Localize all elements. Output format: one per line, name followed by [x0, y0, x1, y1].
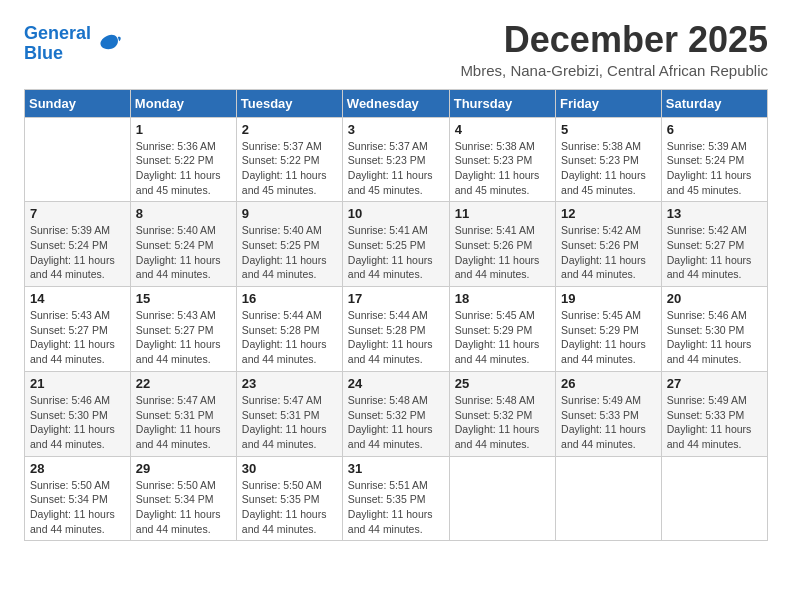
- day-info: Sunrise: 5:40 AM Sunset: 5:24 PM Dayligh…: [136, 223, 231, 282]
- day-number: 12: [561, 206, 656, 221]
- day-info: Sunrise: 5:44 AM Sunset: 5:28 PM Dayligh…: [348, 308, 444, 367]
- calendar-day-cell: 4Sunrise: 5:38 AM Sunset: 5:23 PM Daylig…: [449, 117, 555, 202]
- day-info: Sunrise: 5:42 AM Sunset: 5:26 PM Dayligh…: [561, 223, 656, 282]
- logo-bird-icon: [94, 30, 122, 58]
- day-info: Sunrise: 5:44 AM Sunset: 5:28 PM Dayligh…: [242, 308, 337, 367]
- day-number: 16: [242, 291, 337, 306]
- calendar-day-cell: 28Sunrise: 5:50 AM Sunset: 5:34 PM Dayli…: [25, 456, 131, 541]
- day-number: 28: [30, 461, 125, 476]
- calendar-day-cell: 25Sunrise: 5:48 AM Sunset: 5:32 PM Dayli…: [449, 371, 555, 456]
- day-number: 6: [667, 122, 762, 137]
- weekday-header-cell: Wednesday: [342, 89, 449, 117]
- day-number: 29: [136, 461, 231, 476]
- title-area: December 2025 Mbres, Nana-Grebizi, Centr…: [460, 20, 768, 79]
- day-info: Sunrise: 5:47 AM Sunset: 5:31 PM Dayligh…: [242, 393, 337, 452]
- calendar-day-cell: 7Sunrise: 5:39 AM Sunset: 5:24 PM Daylig…: [25, 202, 131, 287]
- weekday-header-cell: Friday: [556, 89, 662, 117]
- calendar: SundayMondayTuesdayWednesdayThursdayFrid…: [24, 89, 768, 542]
- calendar-day-cell: 13Sunrise: 5:42 AM Sunset: 5:27 PM Dayli…: [661, 202, 767, 287]
- weekday-header-cell: Thursday: [449, 89, 555, 117]
- day-info: Sunrise: 5:51 AM Sunset: 5:35 PM Dayligh…: [348, 478, 444, 537]
- day-number: 20: [667, 291, 762, 306]
- day-info: Sunrise: 5:39 AM Sunset: 5:24 PM Dayligh…: [667, 139, 762, 198]
- day-info: Sunrise: 5:36 AM Sunset: 5:22 PM Dayligh…: [136, 139, 231, 198]
- day-info: Sunrise: 5:46 AM Sunset: 5:30 PM Dayligh…: [30, 393, 125, 452]
- calendar-day-cell: 30Sunrise: 5:50 AM Sunset: 5:35 PM Dayli…: [236, 456, 342, 541]
- day-number: 26: [561, 376, 656, 391]
- calendar-day-cell: 20Sunrise: 5:46 AM Sunset: 5:30 PM Dayli…: [661, 287, 767, 372]
- day-info: Sunrise: 5:49 AM Sunset: 5:33 PM Dayligh…: [561, 393, 656, 452]
- calendar-day-cell: 8Sunrise: 5:40 AM Sunset: 5:24 PM Daylig…: [130, 202, 236, 287]
- calendar-day-cell: 19Sunrise: 5:45 AM Sunset: 5:29 PM Dayli…: [556, 287, 662, 372]
- day-number: 27: [667, 376, 762, 391]
- day-number: 30: [242, 461, 337, 476]
- location-title: Mbres, Nana-Grebizi, Central African Rep…: [460, 62, 768, 79]
- day-number: 10: [348, 206, 444, 221]
- day-number: 7: [30, 206, 125, 221]
- header: General Blue December 2025 Mbres, Nana-G…: [24, 20, 768, 79]
- calendar-day-cell: 16Sunrise: 5:44 AM Sunset: 5:28 PM Dayli…: [236, 287, 342, 372]
- calendar-day-cell: 14Sunrise: 5:43 AM Sunset: 5:27 PM Dayli…: [25, 287, 131, 372]
- calendar-day-cell: 22Sunrise: 5:47 AM Sunset: 5:31 PM Dayli…: [130, 371, 236, 456]
- day-info: Sunrise: 5:50 AM Sunset: 5:35 PM Dayligh…: [242, 478, 337, 537]
- calendar-day-cell: 27Sunrise: 5:49 AM Sunset: 5:33 PM Dayli…: [661, 371, 767, 456]
- day-info: Sunrise: 5:47 AM Sunset: 5:31 PM Dayligh…: [136, 393, 231, 452]
- day-info: Sunrise: 5:43 AM Sunset: 5:27 PM Dayligh…: [136, 308, 231, 367]
- calendar-day-cell: 31Sunrise: 5:51 AM Sunset: 5:35 PM Dayli…: [342, 456, 449, 541]
- day-number: 4: [455, 122, 550, 137]
- day-number: 5: [561, 122, 656, 137]
- day-number: 24: [348, 376, 444, 391]
- calendar-day-cell: [25, 117, 131, 202]
- month-title: December 2025: [460, 20, 768, 60]
- calendar-day-cell: 12Sunrise: 5:42 AM Sunset: 5:26 PM Dayli…: [556, 202, 662, 287]
- day-number: 18: [455, 291, 550, 306]
- weekday-header-cell: Monday: [130, 89, 236, 117]
- logo: General Blue: [24, 24, 122, 64]
- day-info: Sunrise: 5:41 AM Sunset: 5:26 PM Dayligh…: [455, 223, 550, 282]
- day-number: 8: [136, 206, 231, 221]
- logo-text: General: [24, 24, 91, 44]
- calendar-day-cell: 1Sunrise: 5:36 AM Sunset: 5:22 PM Daylig…: [130, 117, 236, 202]
- day-info: Sunrise: 5:37 AM Sunset: 5:22 PM Dayligh…: [242, 139, 337, 198]
- day-info: Sunrise: 5:42 AM Sunset: 5:27 PM Dayligh…: [667, 223, 762, 282]
- day-info: Sunrise: 5:45 AM Sunset: 5:29 PM Dayligh…: [455, 308, 550, 367]
- day-info: Sunrise: 5:38 AM Sunset: 5:23 PM Dayligh…: [455, 139, 550, 198]
- day-info: Sunrise: 5:50 AM Sunset: 5:34 PM Dayligh…: [136, 478, 231, 537]
- calendar-day-cell: 21Sunrise: 5:46 AM Sunset: 5:30 PM Dayli…: [25, 371, 131, 456]
- calendar-day-cell: [556, 456, 662, 541]
- day-info: Sunrise: 5:46 AM Sunset: 5:30 PM Dayligh…: [667, 308, 762, 367]
- day-info: Sunrise: 5:40 AM Sunset: 5:25 PM Dayligh…: [242, 223, 337, 282]
- calendar-day-cell: 29Sunrise: 5:50 AM Sunset: 5:34 PM Dayli…: [130, 456, 236, 541]
- calendar-day-cell: 11Sunrise: 5:41 AM Sunset: 5:26 PM Dayli…: [449, 202, 555, 287]
- day-info: Sunrise: 5:45 AM Sunset: 5:29 PM Dayligh…: [561, 308, 656, 367]
- calendar-day-cell: 15Sunrise: 5:43 AM Sunset: 5:27 PM Dayli…: [130, 287, 236, 372]
- day-info: Sunrise: 5:43 AM Sunset: 5:27 PM Dayligh…: [30, 308, 125, 367]
- day-number: 31: [348, 461, 444, 476]
- day-number: 22: [136, 376, 231, 391]
- day-info: Sunrise: 5:48 AM Sunset: 5:32 PM Dayligh…: [348, 393, 444, 452]
- day-info: Sunrise: 5:49 AM Sunset: 5:33 PM Dayligh…: [667, 393, 762, 452]
- calendar-day-cell: 9Sunrise: 5:40 AM Sunset: 5:25 PM Daylig…: [236, 202, 342, 287]
- day-number: 14: [30, 291, 125, 306]
- calendar-day-cell: 17Sunrise: 5:44 AM Sunset: 5:28 PM Dayli…: [342, 287, 449, 372]
- calendar-week-row: 21Sunrise: 5:46 AM Sunset: 5:30 PM Dayli…: [25, 371, 768, 456]
- day-number: 17: [348, 291, 444, 306]
- calendar-day-cell: 6Sunrise: 5:39 AM Sunset: 5:24 PM Daylig…: [661, 117, 767, 202]
- weekday-header-row: SundayMondayTuesdayWednesdayThursdayFrid…: [25, 89, 768, 117]
- calendar-week-row: 7Sunrise: 5:39 AM Sunset: 5:24 PM Daylig…: [25, 202, 768, 287]
- calendar-day-cell: 5Sunrise: 5:38 AM Sunset: 5:23 PM Daylig…: [556, 117, 662, 202]
- calendar-day-cell: 26Sunrise: 5:49 AM Sunset: 5:33 PM Dayli…: [556, 371, 662, 456]
- day-info: Sunrise: 5:41 AM Sunset: 5:25 PM Dayligh…: [348, 223, 444, 282]
- day-number: 3: [348, 122, 444, 137]
- day-info: Sunrise: 5:50 AM Sunset: 5:34 PM Dayligh…: [30, 478, 125, 537]
- calendar-day-cell: [661, 456, 767, 541]
- weekday-header-cell: Sunday: [25, 89, 131, 117]
- calendar-week-row: 1Sunrise: 5:36 AM Sunset: 5:22 PM Daylig…: [25, 117, 768, 202]
- day-number: 13: [667, 206, 762, 221]
- day-number: 19: [561, 291, 656, 306]
- calendar-day-cell: 10Sunrise: 5:41 AM Sunset: 5:25 PM Dayli…: [342, 202, 449, 287]
- weekday-header-cell: Saturday: [661, 89, 767, 117]
- day-info: Sunrise: 5:37 AM Sunset: 5:23 PM Dayligh…: [348, 139, 444, 198]
- calendar-day-cell: 18Sunrise: 5:45 AM Sunset: 5:29 PM Dayli…: [449, 287, 555, 372]
- day-number: 9: [242, 206, 337, 221]
